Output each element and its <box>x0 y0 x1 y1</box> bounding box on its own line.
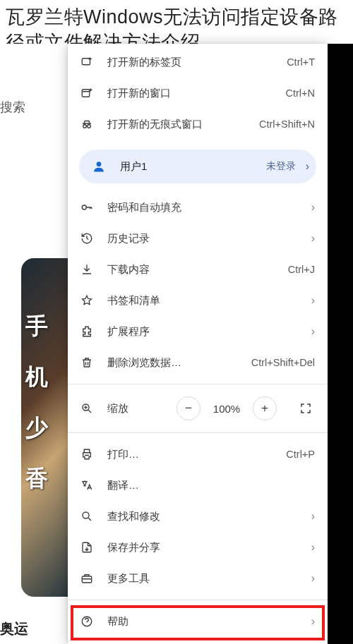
svg-point-4 <box>97 162 102 166</box>
key-icon <box>79 201 95 214</box>
menu-label: 密码和自动填充 <box>107 201 307 214</box>
menu-clear-data[interactable]: 删除浏览数据… Ctrl+Shift+Del <box>68 347 328 378</box>
hotkey: Ctrl+N <box>286 87 316 99</box>
menu-label: 更多工具 <box>107 572 307 585</box>
menu-label: 打开新的窗口 <box>107 87 286 100</box>
menu-more-tools[interactable]: 更多工具 › <box>68 563 328 594</box>
menu-label: 查找和修改 <box>107 510 307 523</box>
menu-save-share[interactable]: 保存并分享 › <box>68 532 328 563</box>
menu-label: 保存并分享 <box>107 541 307 554</box>
separator <box>68 384 328 384</box>
separator <box>68 432 328 433</box>
menu-label: 历史记录 <box>107 232 307 245</box>
menu-print[interactable]: 打印… Ctrl+P <box>68 439 328 470</box>
profile-status: 未登录 <box>266 160 296 173</box>
screenshot-frame: 搜索 手机少香 奥运 打开新的标签页 Ctrl+T 打开新的窗口 Ctrl+N … <box>0 44 353 644</box>
svg-point-5 <box>82 205 86 209</box>
search-label: 搜索 <box>0 99 25 116</box>
hotkey: Ctrl+Shift+Del <box>251 357 315 368</box>
menu-label: 书签和清单 <box>107 294 307 308</box>
hotkey: Ctrl+J <box>288 264 315 275</box>
menu-incognito[interactable]: 打开新的无痕式窗口 Ctrl+Shift+N <box>68 109 328 140</box>
zoom-value: 100% <box>212 403 241 415</box>
svg-point-3 <box>88 125 91 128</box>
chevron-right-icon: › <box>311 541 315 554</box>
help-icon <box>79 615 95 628</box>
fullscreen-button[interactable] <box>295 398 316 419</box>
hotkey: Ctrl+P <box>286 449 315 460</box>
hotkey: Ctrl+T <box>287 56 315 68</box>
incognito-icon <box>79 118 95 130</box>
zoom-in-button[interactable]: + <box>253 396 277 420</box>
chevron-right-icon: › <box>311 294 315 307</box>
menu-label: 扩展程序 <box>107 325 307 339</box>
history-icon <box>79 232 95 245</box>
right-border <box>328 44 353 644</box>
search-icon <box>79 510 95 523</box>
save-share-icon <box>79 541 95 554</box>
page-background: 搜索 手机少香 奥运 <box>0 44 68 644</box>
chevron-right-icon: › <box>311 201 315 214</box>
menu-downloads[interactable]: 下载内容 Ctrl+J <box>68 254 328 285</box>
menu-label: 帮助 <box>107 615 307 628</box>
zoom-out-button[interactable]: − <box>176 396 201 420</box>
chrome-menu: 打开新的标签页 Ctrl+T 打开新的窗口 Ctrl+N 打开新的无痕式窗口 C… <box>68 44 328 644</box>
menu-passwords[interactable]: 密码和自动填充 › <box>68 192 328 223</box>
menu-label: 打印… <box>107 448 286 461</box>
star-icon <box>79 294 95 307</box>
svg-rect-1 <box>82 90 90 97</box>
menu-profile[interactable]: 用户1 未登录 › <box>79 150 316 183</box>
chevron-right-icon: › <box>311 232 315 245</box>
menu-new-tab[interactable]: 打开新的标签页 Ctrl+T <box>68 47 328 78</box>
svg-point-7 <box>83 512 89 518</box>
print-icon <box>79 448 95 461</box>
profile-icon <box>90 159 107 174</box>
bottom-text: 奥运 <box>0 619 28 638</box>
menu-extensions[interactable]: 扩展程序 › <box>68 316 328 347</box>
menu-label: 删除浏览数据… <box>107 356 251 370</box>
svg-point-2 <box>83 125 87 128</box>
thumbnail-text: 手机少香 <box>25 300 48 504</box>
separator <box>68 600 328 600</box>
zoom-icon <box>79 402 95 415</box>
chevron-right-icon: › <box>311 325 315 338</box>
menu-new-window[interactable]: 打开新的窗口 Ctrl+N <box>68 78 328 109</box>
menu-bookmarks[interactable]: 书签和清单 › <box>68 285 328 316</box>
chevron-right-icon: › <box>311 510 315 523</box>
game-thumbnail: 手机少香 <box>21 258 68 597</box>
menu-translate[interactable]: 翻译… <box>68 470 328 501</box>
new-window-icon <box>79 87 95 99</box>
hotkey: Ctrl+Shift+N <box>259 119 315 130</box>
chevron-right-icon: › <box>311 615 315 628</box>
menu-settings[interactable]: 设置 <box>68 637 328 644</box>
profile-label: 用户1 <box>120 160 266 174</box>
menu-find-edit[interactable]: 查找和修改 › <box>68 501 328 532</box>
chevron-right-icon: › <box>306 160 309 173</box>
menu-help[interactable]: 帮助 › <box>68 606 328 637</box>
new-tab-icon <box>79 56 95 68</box>
menu-label: 打开新的标签页 <box>107 56 287 69</box>
svg-rect-8 <box>82 576 92 583</box>
extension-icon <box>79 325 95 338</box>
menu-zoom: 缩放 − 100% + <box>68 390 328 427</box>
chevron-right-icon: › <box>311 572 315 585</box>
menu-label: 打开新的无痕式窗口 <box>107 118 259 131</box>
menu-label: 翻译… <box>107 479 315 492</box>
menu-label: 下载内容 <box>107 263 288 277</box>
translate-icon <box>79 479 95 492</box>
zoom-label: 缩放 <box>107 402 176 415</box>
trash-icon <box>79 356 95 369</box>
menu-history[interactable]: 历史记录 › <box>68 223 328 254</box>
toolbox-icon <box>79 572 95 585</box>
download-icon <box>79 263 95 276</box>
